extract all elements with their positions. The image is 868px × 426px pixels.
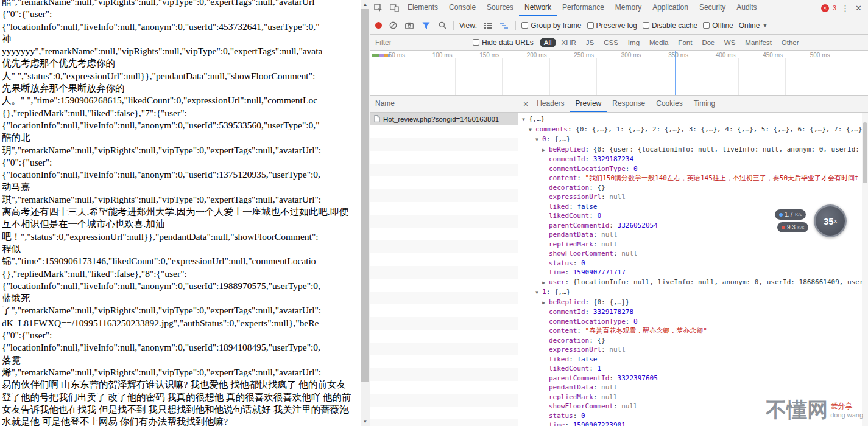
expander-arrow-icon[interactable]: ▶ <box>542 145 549 155</box>
property-name: 1 <box>542 288 546 296</box>
close-devtools-icon[interactable]: ✕ <box>854 4 863 13</box>
filter-pill-css[interactable]: CSS <box>599 38 623 47</box>
error-badge-icon[interactable]: ✕ <box>821 4 829 12</box>
filter-pill-other[interactable]: Other <box>777 38 803 47</box>
group-by-frame-checkbox[interactable]: Group by frame <box>521 21 581 30</box>
tab-sources[interactable]: Sources <box>481 0 519 16</box>
preview-tree-row[interactable]: status: 0 <box>518 259 862 268</box>
tab-console[interactable]: Console <box>443 0 481 16</box>
device-toolbar-icon[interactable] <box>386 0 402 16</box>
hide-data-urls-checkbox[interactable]: Hide data URLs <box>473 38 534 47</box>
record-button[interactable] <box>375 22 382 29</box>
detail-tab-cookies[interactable]: Cookies <box>651 96 688 112</box>
detail-tab-preview[interactable]: Preview <box>570 96 607 112</box>
preview-tree-row[interactable]: decoration: {} <box>518 183 862 193</box>
key-value-separator: : <box>589 365 597 372</box>
preview-tree-row[interactable]: ▼{,…} <box>518 114 862 125</box>
preview-tree-row[interactable]: expressionUrl: null <box>518 345 862 355</box>
preview-scrollbar-thumb[interactable] <box>863 122 867 183</box>
tab-application[interactable]: Application <box>647 0 694 16</box>
key-value-separator: : <box>585 145 593 153</box>
filter-pill-xhr[interactable]: XHR <box>557 38 580 47</box>
network-overview-timeline[interactable]: 50 ms100 ms150 ms200 ms250 ms300 ms350 m… <box>370 51 868 96</box>
preview-tree-row[interactable]: likedCount: 1 <box>518 364 862 374</box>
property-value: 1590907771717 <box>573 268 626 276</box>
tab-memory[interactable]: Memory <box>610 0 647 16</box>
expander-arrow-icon[interactable]: ▶ <box>542 278 549 288</box>
timeline-tick-label: 350 ms <box>662 52 688 58</box>
preview-tree-row[interactable]: liked: false <box>518 355 862 365</box>
clear-icon[interactable] <box>387 20 398 31</box>
watermark-title: 不懂网 <box>766 398 828 422</box>
preview-tree-row[interactable]: ▼1: {,…} <box>518 287 862 298</box>
name-column-header[interactable]: Name <box>370 96 518 113</box>
filter-pill-js[interactable]: JS <box>582 38 598 47</box>
preview-tree-row[interactable]: ▶beReplied: {0: {user: {locationInfo: nu… <box>518 145 862 155</box>
filter-funnel-icon[interactable] <box>420 20 431 31</box>
preview-tree-row[interactable]: ▶user: {locationInfo: null, liveInfo: nu… <box>518 278 862 288</box>
preserve-log-checkbox[interactable]: Preserve log <box>587 21 637 30</box>
disable-cache-checkbox[interactable]: Disable cache <box>643 21 697 30</box>
preview-tree-row[interactable]: parentCommentId: 3322397605 <box>518 374 862 383</box>
filter-input[interactable] <box>375 38 467 47</box>
detail-tab-response[interactable]: Response <box>607 96 651 112</box>
tab-security[interactable]: Security <box>694 0 731 16</box>
expander-arrow-icon[interactable]: ▼ <box>529 125 535 135</box>
filter-pill-manifest[interactable]: Manifest <box>741 38 775 47</box>
preview-tree-row[interactable]: commentId: 3329178278 <box>518 307 862 317</box>
preview-tree-row[interactable]: commentLocationType: 0 <box>518 164 862 174</box>
preview-tree-row[interactable]: pendantData: null <box>518 383 862 393</box>
preview-tree-row[interactable]: content: "我们150满分数学一般140左右，英语145往上，不过初三了… <box>518 173 862 183</box>
checkbox-box[interactable] <box>643 22 649 29</box>
preview-tree-row[interactable]: ▶beReplied: {0: {,…}} <box>518 298 862 308</box>
preview-tree-row[interactable]: ▼comments: {0: {,…}, 1: {,…}, 2: {,…}, 3… <box>518 125 862 135</box>
scrollbar-thumb[interactable] <box>361 9 369 382</box>
detail-tab-timing[interactable]: Timing <box>688 96 721 112</box>
page-scrollbar[interactable]: ▲ ▼ <box>361 0 370 426</box>
checkbox-box[interactable] <box>473 39 479 46</box>
tab-performance[interactable]: Performance <box>557 0 610 16</box>
tab-elements[interactable]: Elements <box>402 0 443 16</box>
error-count[interactable]: 3 <box>833 4 836 12</box>
preview-tree-row[interactable]: showFloorComment: null <box>518 249 862 259</box>
tab-audits[interactable]: Audits <box>731 0 762 16</box>
expander-arrow-icon[interactable]: ▼ <box>535 288 542 298</box>
preview-tree-row[interactable]: ▼0: {,…} <box>518 134 862 145</box>
checkbox-box[interactable] <box>587 22 594 29</box>
list-view-icon[interactable] <box>482 20 493 31</box>
inspect-element-icon[interactable] <box>370 0 386 16</box>
filter-pill-font[interactable]: Font <box>674 38 696 47</box>
preview-tree-row[interactable]: decoration: {} <box>518 336 862 346</box>
search-icon[interactable] <box>437 20 448 31</box>
kebab-menu-icon[interactable]: ⋮ <box>840 4 850 13</box>
speed-monitor-overlay[interactable]: 1.7 K/s 9.3 K/s 35 x <box>775 204 847 241</box>
scroll-down-icon[interactable]: ▼ <box>361 417 370 426</box>
expander-arrow-icon[interactable]: ▼ <box>535 135 542 145</box>
preview-tree-row[interactable]: commentLocationType: 0 <box>518 317 862 327</box>
waterfall-view-icon[interactable] <box>499 20 510 31</box>
filter-pill-media[interactable]: Media <box>645 38 672 47</box>
filter-pill-doc[interactable]: Doc <box>697 38 718 47</box>
preview-tree-row[interactable]: content: "春赏百花冬观雪，醒亦念卿，梦亦念卿" <box>518 326 862 336</box>
speed-multiplier-badge[interactable]: 35 x <box>814 204 847 237</box>
screenshot-camera-icon[interactable] <box>404 20 415 31</box>
filter-pill-img[interactable]: Img <box>624 38 644 47</box>
request-row[interactable]: Hot_review.php?songid=1450163801 <box>370 113 518 125</box>
tab-network[interactable]: Network <box>519 0 557 16</box>
preview-tree-row[interactable]: expressionUrl: null <box>518 192 862 202</box>
detail-tab-headers[interactable]: Headers <box>531 96 570 112</box>
preview-tree-row[interactable]: commentId: 3329187234 <box>518 155 862 164</box>
filter-pill-ws[interactable]: WS <box>720 38 740 47</box>
offline-checkbox[interactable]: Offline <box>703 21 733 30</box>
checkbox-box[interactable] <box>521 22 528 29</box>
checkbox-box[interactable] <box>703 22 710 29</box>
preview-tree-row[interactable]: time: 1590907771717 <box>518 268 862 278</box>
throttling-dropdown[interactable]: Online ▼ <box>739 21 768 30</box>
scroll-up-icon[interactable]: ▲ <box>361 0 370 9</box>
property-value: {,…} <box>554 288 571 296</box>
filter-pill-all[interactable]: All <box>540 38 556 47</box>
expander-arrow-icon[interactable]: ▶ <box>542 298 549 308</box>
close-detail-icon[interactable]: × <box>518 99 531 109</box>
expander-arrow-icon[interactable]: ▼ <box>522 115 529 125</box>
preview-scrollbar[interactable] <box>862 113 868 426</box>
